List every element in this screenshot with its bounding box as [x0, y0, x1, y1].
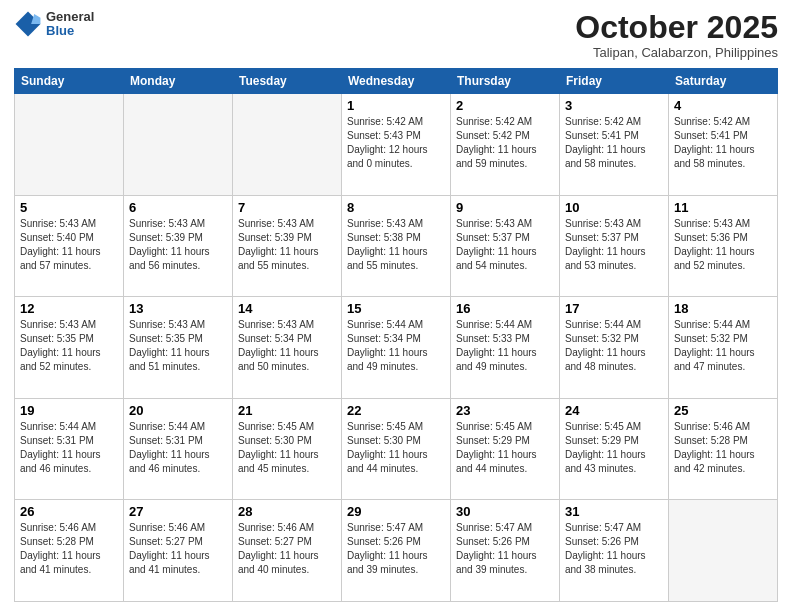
day-number: 20 — [129, 403, 227, 418]
calendar-cell: 27Sunrise: 5:46 AMSunset: 5:27 PMDayligh… — [124, 500, 233, 602]
calendar-cell: 20Sunrise: 5:44 AMSunset: 5:31 PMDayligh… — [124, 398, 233, 500]
day-info: Sunrise: 5:45 AMSunset: 5:30 PMDaylight:… — [238, 420, 336, 476]
calendar-cell: 3Sunrise: 5:42 AMSunset: 5:41 PMDaylight… — [560, 94, 669, 196]
calendar-cell: 26Sunrise: 5:46 AMSunset: 5:28 PMDayligh… — [15, 500, 124, 602]
day-number: 15 — [347, 301, 445, 316]
calendar-cell: 29Sunrise: 5:47 AMSunset: 5:26 PMDayligh… — [342, 500, 451, 602]
calendar-cell: 16Sunrise: 5:44 AMSunset: 5:33 PMDayligh… — [451, 297, 560, 399]
calendar-cell: 17Sunrise: 5:44 AMSunset: 5:32 PMDayligh… — [560, 297, 669, 399]
logo-general: General — [46, 10, 94, 24]
calendar-cell: 9Sunrise: 5:43 AMSunset: 5:37 PMDaylight… — [451, 195, 560, 297]
day-info: Sunrise: 5:42 AMSunset: 5:41 PMDaylight:… — [565, 115, 663, 171]
calendar-cell: 19Sunrise: 5:44 AMSunset: 5:31 PMDayligh… — [15, 398, 124, 500]
day-number: 5 — [20, 200, 118, 215]
day-number: 16 — [456, 301, 554, 316]
calendar-header-row: SundayMondayTuesdayWednesdayThursdayFrid… — [15, 69, 778, 94]
day-number: 30 — [456, 504, 554, 519]
day-info: Sunrise: 5:43 AMSunset: 5:37 PMDaylight:… — [456, 217, 554, 273]
calendar-week-row: 19Sunrise: 5:44 AMSunset: 5:31 PMDayligh… — [15, 398, 778, 500]
calendar-cell — [669, 500, 778, 602]
day-number: 4 — [674, 98, 772, 113]
day-number: 10 — [565, 200, 663, 215]
day-info: Sunrise: 5:46 AMSunset: 5:27 PMDaylight:… — [129, 521, 227, 577]
day-header-thursday: Thursday — [451, 69, 560, 94]
day-number: 8 — [347, 200, 445, 215]
day-number: 24 — [565, 403, 663, 418]
day-number: 3 — [565, 98, 663, 113]
day-info: Sunrise: 5:47 AMSunset: 5:26 PMDaylight:… — [565, 521, 663, 577]
day-info: Sunrise: 5:42 AMSunset: 5:43 PMDaylight:… — [347, 115, 445, 171]
calendar-cell: 23Sunrise: 5:45 AMSunset: 5:29 PMDayligh… — [451, 398, 560, 500]
day-info: Sunrise: 5:43 AMSunset: 5:36 PMDaylight:… — [674, 217, 772, 273]
day-info: Sunrise: 5:42 AMSunset: 5:41 PMDaylight:… — [674, 115, 772, 171]
calendar-week-row: 26Sunrise: 5:46 AMSunset: 5:28 PMDayligh… — [15, 500, 778, 602]
day-info: Sunrise: 5:43 AMSunset: 5:40 PMDaylight:… — [20, 217, 118, 273]
day-info: Sunrise: 5:47 AMSunset: 5:26 PMDaylight:… — [347, 521, 445, 577]
header: General Blue October 2025 Talipan, Calab… — [14, 10, 778, 60]
day-number: 19 — [20, 403, 118, 418]
logo-blue: Blue — [46, 24, 94, 38]
calendar-week-row: 5Sunrise: 5:43 AMSunset: 5:40 PMDaylight… — [15, 195, 778, 297]
calendar-cell: 5Sunrise: 5:43 AMSunset: 5:40 PMDaylight… — [15, 195, 124, 297]
day-header-sunday: Sunday — [15, 69, 124, 94]
day-number: 2 — [456, 98, 554, 113]
logo: General Blue — [14, 10, 94, 39]
day-number: 28 — [238, 504, 336, 519]
calendar-cell — [124, 94, 233, 196]
day-info: Sunrise: 5:44 AMSunset: 5:31 PMDaylight:… — [20, 420, 118, 476]
day-number: 12 — [20, 301, 118, 316]
day-number: 18 — [674, 301, 772, 316]
calendar-week-row: 12Sunrise: 5:43 AMSunset: 5:35 PMDayligh… — [15, 297, 778, 399]
calendar-container: General Blue October 2025 Talipan, Calab… — [0, 0, 792, 612]
day-number: 31 — [565, 504, 663, 519]
day-info: Sunrise: 5:45 AMSunset: 5:29 PMDaylight:… — [456, 420, 554, 476]
month-title: October 2025 — [575, 10, 778, 45]
day-info: Sunrise: 5:43 AMSunset: 5:35 PMDaylight:… — [20, 318, 118, 374]
day-info: Sunrise: 5:44 AMSunset: 5:34 PMDaylight:… — [347, 318, 445, 374]
day-info: Sunrise: 5:44 AMSunset: 5:32 PMDaylight:… — [565, 318, 663, 374]
day-info: Sunrise: 5:45 AMSunset: 5:29 PMDaylight:… — [565, 420, 663, 476]
day-info: Sunrise: 5:46 AMSunset: 5:28 PMDaylight:… — [674, 420, 772, 476]
calendar-cell: 22Sunrise: 5:45 AMSunset: 5:30 PMDayligh… — [342, 398, 451, 500]
calendar-cell: 21Sunrise: 5:45 AMSunset: 5:30 PMDayligh… — [233, 398, 342, 500]
day-info: Sunrise: 5:46 AMSunset: 5:28 PMDaylight:… — [20, 521, 118, 577]
calendar-cell: 30Sunrise: 5:47 AMSunset: 5:26 PMDayligh… — [451, 500, 560, 602]
subtitle: Talipan, Calabarzon, Philippines — [575, 45, 778, 60]
day-number: 26 — [20, 504, 118, 519]
day-info: Sunrise: 5:44 AMSunset: 5:31 PMDaylight:… — [129, 420, 227, 476]
day-number: 17 — [565, 301, 663, 316]
calendar-cell: 2Sunrise: 5:42 AMSunset: 5:42 PMDaylight… — [451, 94, 560, 196]
calendar-cell: 18Sunrise: 5:44 AMSunset: 5:32 PMDayligh… — [669, 297, 778, 399]
day-info: Sunrise: 5:44 AMSunset: 5:32 PMDaylight:… — [674, 318, 772, 374]
day-number: 27 — [129, 504, 227, 519]
day-info: Sunrise: 5:46 AMSunset: 5:27 PMDaylight:… — [238, 521, 336, 577]
calendar-cell: 25Sunrise: 5:46 AMSunset: 5:28 PMDayligh… — [669, 398, 778, 500]
logo-icon — [14, 10, 42, 38]
day-number: 13 — [129, 301, 227, 316]
calendar-cell: 31Sunrise: 5:47 AMSunset: 5:26 PMDayligh… — [560, 500, 669, 602]
day-number: 21 — [238, 403, 336, 418]
calendar-cell — [15, 94, 124, 196]
day-info: Sunrise: 5:47 AMSunset: 5:26 PMDaylight:… — [456, 521, 554, 577]
day-number: 25 — [674, 403, 772, 418]
day-header-friday: Friday — [560, 69, 669, 94]
day-info: Sunrise: 5:45 AMSunset: 5:30 PMDaylight:… — [347, 420, 445, 476]
calendar-cell: 10Sunrise: 5:43 AMSunset: 5:37 PMDayligh… — [560, 195, 669, 297]
day-info: Sunrise: 5:43 AMSunset: 5:34 PMDaylight:… — [238, 318, 336, 374]
day-info: Sunrise: 5:43 AMSunset: 5:39 PMDaylight:… — [129, 217, 227, 273]
day-number: 14 — [238, 301, 336, 316]
calendar-table: SundayMondayTuesdayWednesdayThursdayFrid… — [14, 68, 778, 602]
day-header-wednesday: Wednesday — [342, 69, 451, 94]
calendar-cell: 15Sunrise: 5:44 AMSunset: 5:34 PMDayligh… — [342, 297, 451, 399]
calendar-cell: 13Sunrise: 5:43 AMSunset: 5:35 PMDayligh… — [124, 297, 233, 399]
calendar-cell: 24Sunrise: 5:45 AMSunset: 5:29 PMDayligh… — [560, 398, 669, 500]
day-info: Sunrise: 5:42 AMSunset: 5:42 PMDaylight:… — [456, 115, 554, 171]
day-info: Sunrise: 5:43 AMSunset: 5:37 PMDaylight:… — [565, 217, 663, 273]
calendar-cell: 11Sunrise: 5:43 AMSunset: 5:36 PMDayligh… — [669, 195, 778, 297]
calendar-cell: 12Sunrise: 5:43 AMSunset: 5:35 PMDayligh… — [15, 297, 124, 399]
day-header-monday: Monday — [124, 69, 233, 94]
day-info: Sunrise: 5:43 AMSunset: 5:35 PMDaylight:… — [129, 318, 227, 374]
day-number: 22 — [347, 403, 445, 418]
calendar-cell: 7Sunrise: 5:43 AMSunset: 5:39 PMDaylight… — [233, 195, 342, 297]
title-block: October 2025 Talipan, Calabarzon, Philip… — [575, 10, 778, 60]
